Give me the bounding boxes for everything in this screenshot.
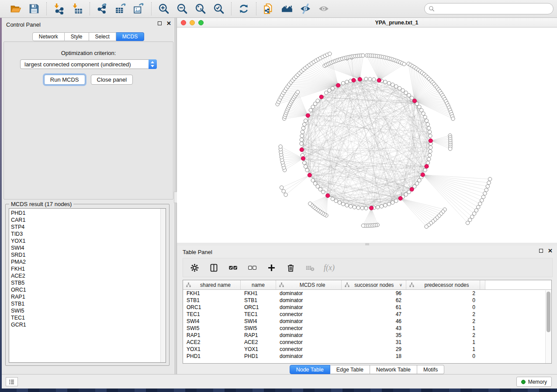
column-header-successor-nodes[interactable]: successor nodes∨ bbox=[342, 280, 406, 289]
mcds-node[interactable] bbox=[300, 148, 304, 151]
zoom-out-icon[interactable] bbox=[176, 3, 188, 15]
table-cell[interactable]: 0 bbox=[406, 353, 480, 360]
mcds-result-item[interactable]: PHD1 bbox=[9, 210, 160, 217]
mcds-node[interactable] bbox=[358, 77, 362, 81]
horizontal-split-divider[interactable] bbox=[177, 243, 557, 246]
close-panel-icon[interactable]: ✕ bbox=[548, 248, 553, 253]
tab-node-table[interactable]: Node Table bbox=[290, 365, 330, 374]
network-node[interactable] bbox=[309, 108, 312, 112]
table-scrollbar-thumb[interactable] bbox=[547, 292, 550, 332]
run-mcds-button[interactable]: Run MCDS bbox=[44, 75, 85, 85]
network-node[interactable] bbox=[425, 225, 428, 228]
column-header-mcds-role[interactable]: MCDS role bbox=[276, 280, 342, 289]
tab-mcds[interactable]: MCDS bbox=[116, 32, 144, 41]
mcds-result-item[interactable]: FKH1 bbox=[9, 265, 160, 272]
zoom-selected-icon[interactable] bbox=[213, 3, 225, 15]
open-icon[interactable] bbox=[10, 3, 22, 15]
mcds-node[interactable] bbox=[429, 139, 432, 143]
mcds-result-item[interactable]: STB5 bbox=[9, 279, 160, 286]
mcds-result-item[interactable]: STP4 bbox=[9, 224, 160, 230]
mcds-result-item[interactable]: PMA2 bbox=[9, 258, 160, 265]
export-image-icon[interactable] bbox=[133, 3, 145, 15]
network-node[interactable] bbox=[300, 138, 303, 141]
network-node[interactable] bbox=[387, 202, 391, 206]
network-node[interactable] bbox=[426, 161, 429, 165]
network-node[interactable] bbox=[402, 62, 406, 66]
table-row[interactable]: SWI5SWI5connector431 bbox=[183, 325, 551, 332]
table-row[interactable]: STB1STB1dominator620 bbox=[183, 297, 551, 304]
network-node[interactable] bbox=[325, 91, 328, 94]
table-cell[interactable]: dominator bbox=[276, 290, 342, 297]
float-panel-icon[interactable] bbox=[158, 21, 162, 25]
table-cell[interactable]: dominator bbox=[276, 297, 342, 304]
table-cell[interactable]: STB1 bbox=[241, 297, 276, 304]
mcds-result-item[interactable]: GCR1 bbox=[9, 321, 160, 328]
mcds-result-item[interactable]: YOX1 bbox=[9, 237, 160, 244]
network-node[interactable] bbox=[427, 126, 431, 130]
table-cell[interactable]: TEC1 bbox=[241, 311, 276, 318]
network-node[interactable] bbox=[481, 195, 485, 199]
network-node[interactable] bbox=[300, 142, 303, 145]
table-row[interactable]: FKH1FKH1dominator962 bbox=[183, 290, 551, 297]
network-node[interactable] bbox=[451, 117, 455, 120]
table-cell[interactable]: YOX1 bbox=[183, 346, 241, 353]
network-node[interactable] bbox=[282, 189, 285, 193]
mcds-node[interactable] bbox=[301, 156, 305, 160]
network-node[interactable] bbox=[423, 115, 427, 119]
network-node[interactable] bbox=[404, 193, 408, 196]
close-panel-icon[interactable]: ✕ bbox=[166, 21, 171, 26]
close-panel-button[interactable]: Close panel bbox=[91, 75, 133, 85]
table-row[interactable]: SWI4SWI4dominator462 bbox=[183, 318, 551, 325]
search-box[interactable] bbox=[424, 3, 554, 14]
mcds-result-item[interactable]: SWI4 bbox=[9, 244, 160, 251]
network-node[interactable] bbox=[345, 203, 349, 207]
network-node[interactable] bbox=[280, 186, 283, 189]
table-row[interactable]: YOX1YOX1connector291 bbox=[183, 346, 551, 353]
table-cell[interactable]: connector bbox=[276, 311, 342, 318]
network-node[interactable] bbox=[448, 147, 452, 151]
table-cell[interactable]: 47 bbox=[342, 311, 406, 318]
network-node[interactable] bbox=[284, 193, 287, 196]
network-node[interactable] bbox=[486, 185, 489, 188]
table-cell[interactable]: 18 bbox=[342, 353, 406, 360]
network-node[interactable] bbox=[308, 202, 312, 205]
network-node[interactable] bbox=[331, 197, 334, 201]
table-scrollbar[interactable] bbox=[545, 290, 551, 363]
import-table-icon[interactable] bbox=[71, 3, 83, 15]
network-node[interactable] bbox=[422, 112, 425, 115]
network-node[interactable] bbox=[311, 179, 315, 182]
mcds-list-scrollbar[interactable] bbox=[160, 209, 166, 362]
table-cell[interactable]: ORC1 bbox=[241, 304, 276, 311]
network-node[interactable] bbox=[384, 80, 387, 84]
network-node[interactable] bbox=[429, 150, 432, 153]
table-cell[interactable]: RAP1 bbox=[241, 332, 276, 339]
network-node[interactable] bbox=[423, 168, 427, 172]
network-node[interactable] bbox=[376, 205, 380, 209]
table-cell[interactable]: 43 bbox=[342, 325, 406, 332]
mcds-node[interactable] bbox=[319, 95, 323, 99]
mcds-result-item[interactable]: TEC1 bbox=[9, 314, 160, 321]
mcds-node[interactable] bbox=[306, 113, 310, 117]
network-node[interactable] bbox=[401, 89, 405, 92]
tab-motifs[interactable]: Motifs bbox=[417, 365, 444, 374]
table-cell[interactable]: 46 bbox=[342, 318, 406, 325]
optimization-criterion-dropdown[interactable]: largest connected component (undirected) bbox=[20, 59, 157, 69]
table-cell[interactable]: 2 bbox=[406, 318, 480, 325]
memory-button[interactable]: Memory bbox=[516, 377, 552, 387]
table-cell[interactable]: RAP1 bbox=[183, 332, 241, 339]
column-header-predecessor-nodes[interactable]: predecessor nodes bbox=[406, 280, 480, 289]
delete-column-icon[interactable] bbox=[285, 262, 296, 273]
refresh-icon[interactable] bbox=[238, 3, 250, 15]
network-node[interactable] bbox=[484, 188, 488, 192]
network-node[interactable] bbox=[303, 161, 306, 165]
table-cell[interactable]: 29 bbox=[342, 346, 406, 353]
network-node[interactable] bbox=[404, 91, 408, 94]
network-node[interactable] bbox=[420, 108, 423, 112]
network-node[interactable] bbox=[394, 85, 398, 88]
network-node[interactable] bbox=[328, 89, 331, 92]
delete-table-icon[interactable] bbox=[304, 262, 315, 273]
mcds-node[interactable] bbox=[412, 99, 416, 103]
network-node[interactable] bbox=[466, 221, 469, 224]
network-node[interactable] bbox=[356, 206, 360, 210]
table-cell[interactable]: ACE2 bbox=[241, 339, 276, 346]
